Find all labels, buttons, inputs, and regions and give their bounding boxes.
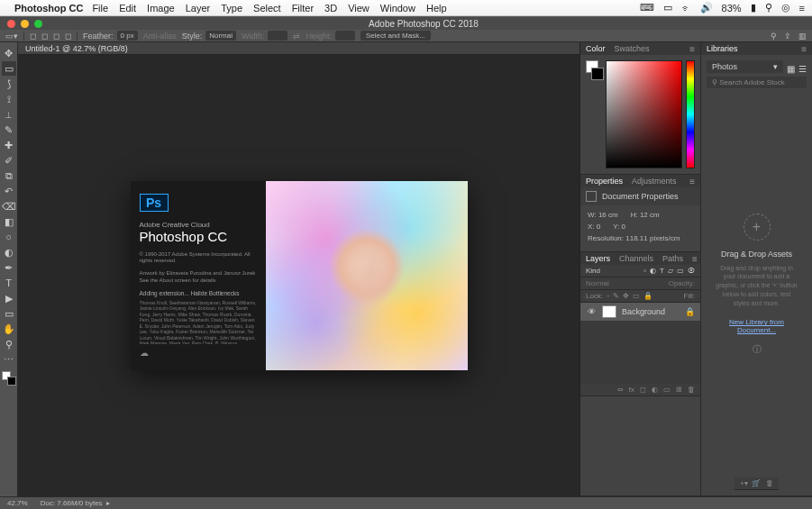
battery-icon[interactable]: ▮ bbox=[751, 2, 756, 14]
menu-help[interactable]: Help bbox=[426, 3, 447, 14]
pen-tool[interactable]: ✒ bbox=[2, 260, 16, 275]
healing-tool[interactable]: ✚ bbox=[2, 138, 16, 152]
add-content-icon[interactable]: +▾ bbox=[740, 479, 748, 487]
move-tool[interactable]: ✥ bbox=[2, 46, 16, 60]
panel-menu-icon[interactable]: ≡ bbox=[689, 177, 695, 186]
lock-transparency-icon[interactable]: ▫ bbox=[607, 292, 609, 300]
brush-tool[interactable]: ✐ bbox=[2, 153, 16, 168]
layer-thumbnail[interactable] bbox=[602, 305, 616, 318]
menu-filter[interactable]: Filter bbox=[292, 3, 314, 14]
history-brush-tool[interactable]: ↶ bbox=[2, 184, 16, 198]
selection-intersect-icon[interactable]: ◻ bbox=[65, 32, 71, 41]
clone-stamp-tool[interactable]: ⧉ bbox=[2, 168, 16, 183]
wifi-icon[interactable]: ᯤ bbox=[681, 3, 691, 14]
library-drop-zone[interactable]: + Drag & Drop Assets Drag and drop anyth… bbox=[707, 92, 807, 477]
filter-adjustment-icon[interactable]: ◐ bbox=[650, 267, 656, 275]
menu-view[interactable]: View bbox=[348, 3, 370, 14]
eyedropper-tool[interactable]: ✎ bbox=[2, 123, 16, 137]
filter-smart-icon[interactable]: ▭ bbox=[677, 267, 684, 275]
minimize-window-button[interactable] bbox=[21, 20, 29, 28]
tab-paths[interactable]: Paths bbox=[662, 254, 683, 263]
tab-layers[interactable]: Layers bbox=[586, 254, 610, 263]
menu-select[interactable]: Select bbox=[253, 3, 281, 14]
gradient-tool[interactable]: ◧ bbox=[2, 214, 16, 229]
menu-window[interactable]: Window bbox=[380, 3, 415, 14]
select-and-mask-button[interactable]: Select and Mask... bbox=[360, 31, 431, 41]
canvas[interactable]: Ps Adobe Creative Cloud Photoshop CC © 1… bbox=[18, 55, 579, 496]
close-window-button[interactable] bbox=[7, 20, 15, 28]
width-value[interactable]: 16 cm bbox=[598, 211, 618, 219]
display-icon[interactable]: ▭ bbox=[663, 2, 672, 14]
new-layer-icon[interactable]: ⊞ bbox=[676, 386, 682, 394]
panel-menu-icon[interactable]: ≡ bbox=[801, 44, 807, 54]
tab-properties[interactable]: Properties bbox=[586, 177, 623, 186]
menu-3d[interactable]: 3D bbox=[324, 3, 337, 14]
style-select[interactable]: Normal bbox=[205, 31, 236, 41]
control-center-icon[interactable]: ◎ bbox=[781, 2, 790, 14]
delete-layer-icon[interactable]: 🗑 bbox=[688, 386, 695, 394]
lock-pixels-icon[interactable]: ✎ bbox=[613, 292, 619, 300]
layer-row[interactable]: 👁 Background 🔒 bbox=[580, 303, 700, 321]
edit-toolbar-icon[interactable]: ⋯ bbox=[2, 352, 16, 367]
layer-filter-kind[interactable]: Kind bbox=[586, 267, 600, 275]
path-select-tool[interactable]: ▶ bbox=[2, 291, 16, 305]
info-icon[interactable]: ⓘ bbox=[753, 343, 762, 356]
zoom-level[interactable]: 42.7% bbox=[7, 499, 28, 507]
siri-icon[interactable]: ≡ bbox=[799, 3, 805, 14]
tab-adjustments[interactable]: Adjustments bbox=[632, 177, 677, 186]
crop-tool[interactable]: ⟂ bbox=[2, 107, 16, 122]
tool-preset-icon[interactable]: ▭▾ bbox=[5, 32, 18, 41]
delete-icon[interactable]: 🗑 bbox=[766, 479, 773, 487]
new-library-link[interactable]: New Library from Document... bbox=[716, 318, 798, 334]
layer-name[interactable]: Background bbox=[622, 307, 665, 316]
workspace-icon[interactable]: ▥ bbox=[798, 32, 807, 41]
hue-slider[interactable] bbox=[686, 60, 695, 168]
stock-icon[interactable]: 🛒 bbox=[752, 479, 761, 487]
keyboard-icon[interactable]: ⌨ bbox=[640, 2, 654, 14]
library-search-input[interactable]: ⚲ Search Adobe Stock bbox=[707, 77, 807, 88]
lock-position-icon[interactable]: ✥ bbox=[623, 292, 629, 300]
volume-icon[interactable]: 🔊 bbox=[700, 2, 713, 14]
eraser-tool[interactable]: ⌫ bbox=[2, 199, 16, 214]
height-value[interactable]: 12 cm bbox=[640, 211, 660, 219]
foreground-background-swatches[interactable] bbox=[2, 371, 16, 386]
y-value[interactable]: 0 bbox=[622, 223, 625, 231]
menu-file[interactable]: File bbox=[92, 3, 108, 14]
resolution-value[interactable]: 118.11 pixels/cm bbox=[625, 234, 680, 242]
antialias-checkbox[interactable]: Anti-alias bbox=[143, 32, 177, 41]
panel-menu-icon[interactable]: ≡ bbox=[692, 254, 698, 264]
tab-libraries[interactable]: Libraries bbox=[707, 44, 738, 53]
layer-mask-icon[interactable]: ◻ bbox=[640, 386, 646, 394]
lock-icon[interactable]: 🔒 bbox=[685, 307, 695, 316]
zoom-tool[interactable]: ⚲ bbox=[2, 337, 16, 351]
adjustment-layer-icon[interactable]: ◐ bbox=[652, 386, 658, 394]
tab-swatches[interactable]: Swatches bbox=[615, 44, 650, 53]
new-group-icon[interactable]: ▭ bbox=[663, 386, 671, 394]
blur-tool[interactable]: ○ bbox=[2, 230, 16, 244]
dodge-tool[interactable]: ◐ bbox=[2, 245, 16, 259]
layer-style-icon[interactable]: fx bbox=[629, 386, 634, 394]
color-field[interactable] bbox=[606, 60, 682, 168]
selection-subtract-icon[interactable]: ◻ bbox=[53, 32, 59, 41]
blend-mode-select[interactable]: Normal bbox=[586, 279, 665, 287]
app-name[interactable]: Photoshop CC bbox=[14, 3, 83, 14]
hand-tool[interactable]: ✋ bbox=[2, 322, 16, 336]
selection-new-icon[interactable]: ◻ bbox=[30, 32, 36, 41]
marquee-tool[interactable]: ▭ bbox=[2, 61, 16, 76]
lasso-tool[interactable]: ⟆ bbox=[2, 77, 16, 91]
menu-layer[interactable]: Layer bbox=[186, 3, 211, 14]
x-value[interactable]: 0 bbox=[597, 223, 600, 231]
shape-tool[interactable]: ▭ bbox=[2, 306, 16, 321]
filter-shape-icon[interactable]: ▱ bbox=[668, 267, 673, 275]
filter-pixel-icon[interactable]: ▫ bbox=[643, 267, 646, 275]
chevron-right-icon[interactable]: ▸ bbox=[106, 499, 110, 507]
document-tab[interactable]: Untitled-1 @ 42.7% (RGB/8) bbox=[18, 42, 579, 55]
panel-menu-icon[interactable]: ≡ bbox=[689, 44, 695, 54]
tab-channels[interactable]: Channels bbox=[619, 254, 653, 263]
menu-type[interactable]: Type bbox=[221, 3, 242, 14]
filter-toggle-icon[interactable]: ⦿ bbox=[688, 267, 695, 275]
tab-color[interactable]: Color bbox=[586, 44, 606, 53]
grid-view-icon[interactable]: ▦ bbox=[787, 64, 795, 74]
spotlight-icon[interactable]: ⚲ bbox=[765, 2, 772, 14]
battery-percent[interactable]: 83% bbox=[722, 3, 742, 14]
